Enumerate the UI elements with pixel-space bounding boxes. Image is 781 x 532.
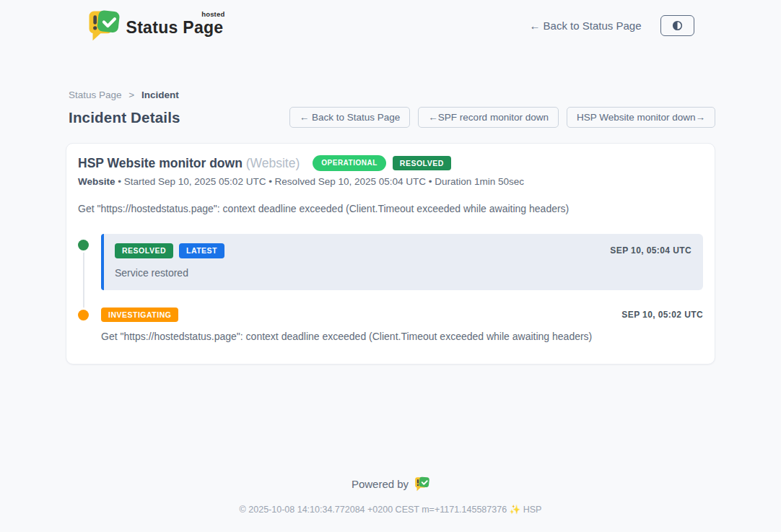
incident-component: (Website) xyxy=(246,156,300,170)
incident-card: HSP Website monitor down (Website) OPERA… xyxy=(66,143,715,365)
incident-meta: Website • Started Sep 10, 2025 05:02 UTC… xyxy=(78,176,703,187)
timeline-timestamp: SEP 10, 05:04 UTC xyxy=(610,245,691,256)
incident-meta-details: • Started Sep 10, 2025 05:02 UTC • Resol… xyxy=(118,176,524,187)
logo-text: hosted Status Page xyxy=(126,9,224,38)
logo[interactable]: hosted Status Page xyxy=(87,9,224,42)
copyright: © 2025-10-08 14:10:34.772084 +0200 CEST … xyxy=(0,504,781,515)
incident-title-text: HSP Website monitor down xyxy=(78,156,243,170)
latest-badge: LATEST xyxy=(179,243,224,258)
breadcrumb-status-page[interactable]: Status Page xyxy=(69,90,122,100)
timeline-dot-investigating xyxy=(78,310,89,320)
page-title: Incident Details xyxy=(69,109,180,126)
powered-by-label: Powered by xyxy=(352,478,409,490)
timeline-entry-investigating-content: INVESTIGATING SEP 10, 05:02 UTC Get "htt… xyxy=(101,308,703,343)
next-incident-button[interactable]: HSP Website monitor down→ xyxy=(567,107,715,128)
timeline-entry-investigating: INVESTIGATING SEP 10, 05:02 UTC Get "htt… xyxy=(78,308,703,343)
investigating-badge: INVESTIGATING xyxy=(101,308,178,323)
prev-incident-button[interactable]: ←SPF record monitor down xyxy=(418,107,559,128)
title-row: Incident Details ← Back to Status Page ←… xyxy=(66,107,715,128)
theme-toggle-button[interactable] xyxy=(660,15,694,36)
breadcrumb-separator: > xyxy=(128,90,134,100)
header: hosted Status Page ← Back to Status Page xyxy=(0,0,781,42)
timeline-timestamp: SEP 10, 05:02 UTC xyxy=(621,310,703,320)
resolved-badge: RESOLVED xyxy=(115,243,173,258)
timeline-dot-resolved xyxy=(78,240,89,250)
incident-timeline: RESOLVED LATEST SEP 10, 05:04 UTC Servic… xyxy=(78,234,703,342)
timeline-entry-resolved: RESOLVED LATEST SEP 10, 05:04 UTC Servic… xyxy=(78,234,703,290)
incident-description: Get "https://hostedstatus.page": context… xyxy=(78,203,703,214)
breadcrumb: Status Page > Incident xyxy=(66,90,715,100)
incident-card-header: HSP Website monitor down (Website) OPERA… xyxy=(78,155,703,171)
incident-meta-component: Website xyxy=(78,176,115,187)
timeline-entry-resolved-box: RESOLVED LATEST SEP 10, 05:04 UTC Servic… xyxy=(101,234,703,290)
incident-title: HSP Website monitor down (Website) xyxy=(78,156,300,171)
footer: Powered by © 2025-10-08 14:10:34.772084 … xyxy=(0,476,781,532)
timeline-message: Service restored xyxy=(115,267,691,279)
breadcrumb-incident: Incident xyxy=(141,90,179,100)
contrast-half-circle-icon xyxy=(672,20,683,31)
back-to-status-page-button[interactable]: ← Back to Status Page xyxy=(289,107,411,128)
operational-status-badge: OPERATIONAL xyxy=(313,155,386,171)
main-content: Status Page > Incident Incident Details … xyxy=(66,90,715,365)
powered-by: Powered by xyxy=(0,476,781,492)
status-page-logo-icon xyxy=(87,9,120,42)
logo-brand: Status Page xyxy=(126,18,224,37)
hsp-logo-icon xyxy=(414,476,429,492)
logo-superscript: hosted xyxy=(201,10,224,18)
timeline-message: Get "https://hostedstatus.page": context… xyxy=(101,331,703,342)
resolved-status-badge: RESOLVED xyxy=(393,156,451,171)
incident-nav-buttons: ← Back to Status Page ←SPF record monito… xyxy=(289,107,715,128)
header-back-link[interactable]: ← Back to Status Page xyxy=(529,19,641,32)
